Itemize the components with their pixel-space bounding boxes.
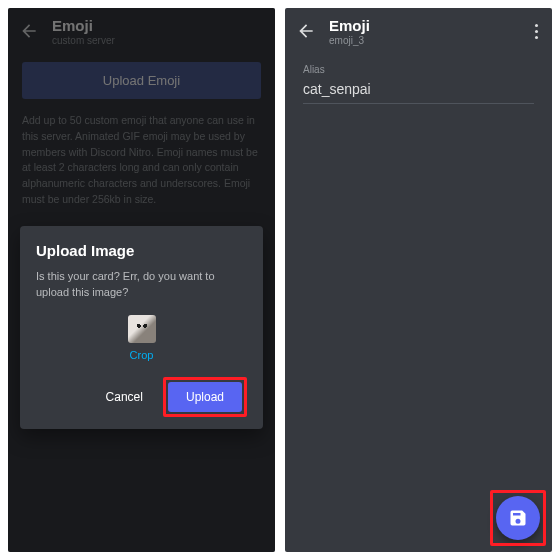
cancel-button[interactable]: Cancel bbox=[94, 382, 155, 412]
image-preview bbox=[128, 315, 156, 343]
back-arrow-icon[interactable] bbox=[295, 20, 317, 42]
alias-label: Alias bbox=[303, 64, 534, 75]
highlight-save bbox=[490, 490, 546, 546]
header-subtitle: emoji_3 bbox=[329, 35, 370, 46]
dialog-body: Is this your card? Err, do you want to u… bbox=[36, 269, 247, 301]
header-title: Emoji bbox=[329, 17, 370, 34]
alias-input[interactable]: cat_senpai bbox=[303, 77, 534, 104]
upload-button[interactable]: Upload bbox=[168, 382, 242, 412]
screen-emoji-list: Emoji custom server Upload Emoji Add up … bbox=[8, 8, 275, 552]
screen-emoji-edit: Emoji emoji_3 Alias cat_senpai bbox=[285, 8, 552, 552]
highlight-upload: Upload bbox=[163, 377, 247, 417]
upload-image-dialog: Upload Image Is this your card? Err, do … bbox=[20, 226, 263, 429]
header: Emoji emoji_3 bbox=[285, 8, 552, 54]
dialog-title: Upload Image bbox=[36, 242, 247, 259]
more-icon[interactable] bbox=[535, 24, 542, 39]
crop-link[interactable]: Crop bbox=[36, 349, 247, 361]
